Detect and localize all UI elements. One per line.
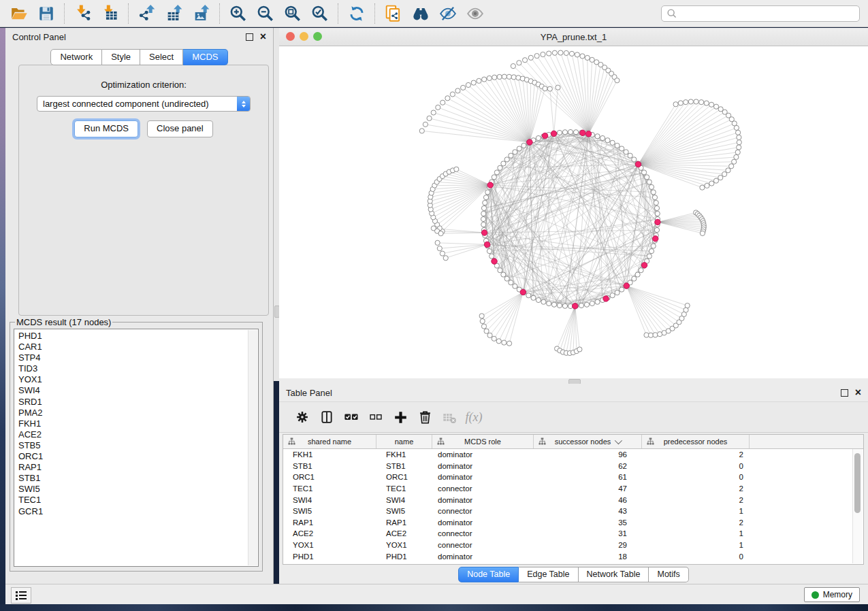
table-cell: STB1 <box>283 462 376 470</box>
criterion-dropdown[interactable]: largest connected component (undirected) <box>37 96 251 112</box>
table-cell: ORC1 <box>376 473 432 481</box>
save-session-button[interactable] <box>33 2 60 25</box>
table-panel-header: Table Panel × <box>279 384 868 401</box>
tab-network-table[interactable]: Network Table <box>579 567 649 582</box>
mcds-result-item[interactable]: PHD1 <box>18 331 258 342</box>
mcds-list-scrollbar[interactable] <box>248 330 257 565</box>
network-window-title: YPA_prune.txt_1 <box>541 32 607 42</box>
zoom-fit-button[interactable] <box>279 2 306 25</box>
delete-column-button[interactable] <box>413 405 437 429</box>
column-header-name[interactable]: name <box>376 435 432 448</box>
tab-network[interactable]: Network <box>50 49 102 65</box>
export-table-button[interactable] <box>161 2 188 25</box>
network-window-titlebar[interactable]: YPA_prune.txt_1 <box>279 28 868 46</box>
table-panel-title: Table Panel <box>286 388 332 398</box>
open-file-button[interactable] <box>5 2 33 25</box>
mcds-result-item[interactable]: STP4 <box>18 352 258 363</box>
open-folder-icon <box>10 5 28 22</box>
mcds-result-item[interactable]: FKH1 <box>18 418 258 429</box>
zoom-in-button[interactable] <box>225 2 252 25</box>
search-icon <box>666 7 678 20</box>
task-history-button[interactable] <box>11 587 31 604</box>
tab-mcds[interactable]: MCDS <box>183 49 227 65</box>
scrollbar-thumb[interactable] <box>854 453 861 513</box>
search-input[interactable] <box>678 7 859 20</box>
table-tabs: Node TableEdge TableNetwork TableMotifs <box>279 567 868 582</box>
optimization-criterion-label: Optimization criterion: <box>19 80 268 90</box>
tab-motifs[interactable]: Motifs <box>649 567 688 582</box>
table-scrollbar[interactable] <box>852 449 863 563</box>
column-label: predecessor nodes <box>664 437 728 446</box>
column-header-predecessor-nodes[interactable]: predecessor nodes <box>642 435 750 448</box>
close-panel-icon[interactable]: × <box>260 33 266 40</box>
mcds-result-item[interactable]: PMA2 <box>18 408 258 418</box>
import-network-button[interactable] <box>69 2 97 25</box>
mcds-result-item[interactable]: TID3 <box>18 363 258 374</box>
mcds-result-item[interactable]: STB5 <box>18 440 258 451</box>
float-table-panel-icon[interactable] <box>841 389 848 397</box>
copy-network-button[interactable] <box>380 2 407 25</box>
table-row[interactable]: SWI4SWI4dominator462 <box>283 494 863 506</box>
column-header-successor-nodes[interactable]: successor nodes <box>534 435 642 448</box>
mcds-result-item[interactable]: ORC1 <box>18 451 258 462</box>
mcds-result-item[interactable]: TEC1 <box>18 495 258 506</box>
table-row[interactable]: ACE2ACE2connector311 <box>283 528 863 540</box>
mcds-result-item[interactable]: CAR1 <box>18 342 258 352</box>
table-row[interactable]: FKH1FKH1dominator962 <box>283 449 863 461</box>
table-settings-button[interactable] <box>290 405 315 429</box>
tab-node-table[interactable]: Node Table <box>458 567 519 582</box>
table-panel: Table Panel × f(x) shared namenameMCDS r… <box>279 384 868 584</box>
mcds-result-item[interactable]: ACE2 <box>18 429 258 440</box>
show-graphics-button[interactable] <box>462 2 489 25</box>
maximize-window-icon[interactable] <box>313 32 322 41</box>
close-window-icon[interactable] <box>286 32 295 41</box>
mcds-result-item[interactable]: YOX1 <box>18 374 258 385</box>
tab-select[interactable]: Select <box>140 49 183 65</box>
deselect-all-button[interactable] <box>364 405 388 429</box>
copy-network-icon <box>385 5 402 22</box>
zoom-out-button[interactable] <box>252 2 279 25</box>
horizontal-splitter[interactable] <box>279 378 868 384</box>
network-graph[interactable] <box>279 46 868 378</box>
close-panel-button[interactable]: Close panel <box>147 120 213 137</box>
search-network-button[interactable] <box>407 2 434 25</box>
attribute-icon <box>647 437 654 446</box>
search-box[interactable] <box>661 5 860 22</box>
network-canvas[interactable] <box>279 46 868 378</box>
mcds-result-list[interactable]: PHD1CAR1STP4TID3YOX1SWI4SRD1PMA2FKH1ACE2… <box>14 329 259 567</box>
import-table-button[interactable] <box>97 2 124 25</box>
minimize-window-icon[interactable] <box>300 32 308 41</box>
table-row[interactable]: RAP1RAP1dominator352 <box>283 517 863 529</box>
tab-style[interactable]: Style <box>102 49 140 65</box>
select-all-button[interactable] <box>339 405 364 429</box>
mcds-result-item[interactable]: SWI4 <box>18 385 258 396</box>
vertical-splitter[interactable] <box>274 28 279 381</box>
zoom-selected-button[interactable] <box>306 2 334 25</box>
export-network-button[interactable] <box>133 2 161 25</box>
export-image-button[interactable] <box>188 2 215 25</box>
close-table-panel-icon[interactable]: × <box>855 389 861 396</box>
show-columns-button[interactable] <box>315 405 339 429</box>
tab-edge-table[interactable]: Edge Table <box>519 567 578 582</box>
column-header-MCDS-role[interactable]: MCDS role <box>432 435 534 448</box>
table-row[interactable]: PHD1PHD1dominator180 <box>283 550 863 562</box>
table-row[interactable]: ORC1ORC1dominator610 <box>283 472 863 483</box>
table-row[interactable]: SWI5SWI5connector431 <box>283 506 863 517</box>
mcds-result-item[interactable]: SRD1 <box>18 397 258 408</box>
column-header-shared-name[interactable]: shared name <box>283 435 376 448</box>
table-row[interactable]: STB1STB1dominator620 <box>283 461 863 472</box>
mcds-result-item[interactable]: RAP1 <box>18 462 258 473</box>
float-panel-icon[interactable] <box>246 33 253 41</box>
mcds-result-item[interactable]: SWI5 <box>18 484 258 495</box>
run-mcds-button[interactable]: Run MCDS <box>74 120 138 137</box>
mcds-result-item[interactable]: GCR1 <box>18 506 258 517</box>
hide-graphics-button[interactable] <box>434 2 462 25</box>
memory-button[interactable]: Memory <box>804 587 860 602</box>
add-column-button[interactable] <box>388 405 413 429</box>
refresh-button[interactable] <box>343 2 370 25</box>
table-row[interactable]: TEC1TEC1connector472 <box>283 483 863 495</box>
import-network-icon <box>74 5 92 22</box>
column-header-filler <box>750 435 863 448</box>
mcds-result-item[interactable]: STB1 <box>18 473 258 484</box>
table-row[interactable]: YOX1YOX1connector291 <box>283 540 863 551</box>
